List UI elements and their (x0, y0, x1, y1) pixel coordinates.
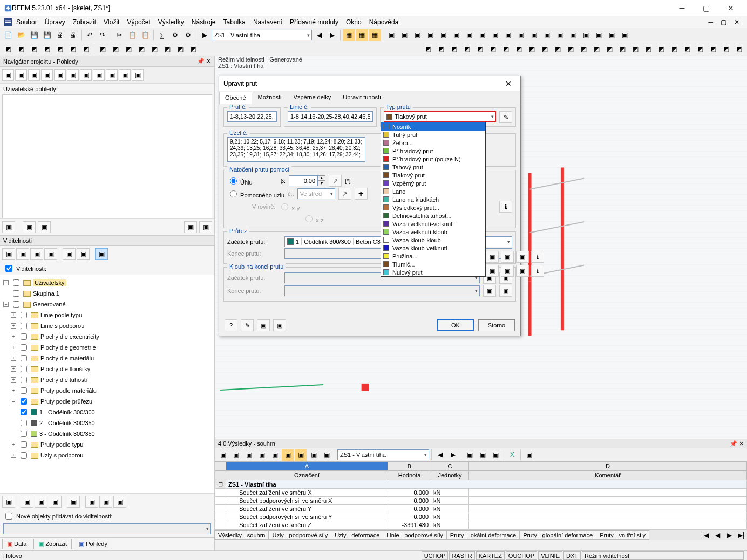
res-tab-next-icon[interactable]: ▶ (723, 529, 735, 541)
copy-icon[interactable]: 📋 (126, 29, 138, 41)
menu-vlozit[interactable]: Vložit (100, 17, 123, 27)
t2-h[interactable]: ◩ (97, 43, 108, 55)
rt-d-icon[interactable]: ▣ (256, 449, 268, 461)
nav-tab-data[interactable]: ▣ Data (2, 539, 31, 549)
t2-o[interactable]: ◩ (187, 43, 199, 55)
status-uchop[interactable]: UCHOP (422, 551, 449, 560)
t2-z2[interactable]: ◩ (435, 43, 447, 55)
printpreview-icon[interactable]: 🖨 (67, 29, 79, 41)
vis-a-icon[interactable]: ▣ (2, 248, 15, 260)
pomoc-radio[interactable] (230, 190, 237, 197)
res-tab[interactable]: Pruty - globální deformace (519, 530, 596, 540)
beta-pick-icon[interactable]: ↗ (329, 175, 342, 187)
tree-subitem[interactable]: 3 - Obdélník 300/350 (39, 431, 95, 437)
minimize-button[interactable]: ─ (670, 0, 694, 16)
t2-z4[interactable]: ◩ (461, 43, 473, 55)
menu-upravy[interactable]: Úpravy (42, 17, 69, 27)
tree-item[interactable]: Pruty podle materiálu (40, 387, 97, 394)
dropdown-item[interactable]: Příhradový prut (pouze N) (381, 155, 485, 163)
tree-item[interactable]: Pruty podle typu (40, 441, 84, 448)
prut-input[interactable] (227, 111, 277, 122)
tree-item[interactable]: Plochy dle materiálu (40, 355, 94, 361)
beta-up[interactable]: ▲ (318, 175, 325, 181)
t2-z6[interactable]: ◩ (487, 43, 499, 55)
results3-icon[interactable]: ▦ (369, 29, 381, 41)
tree-item[interactable]: Linie s podporou (40, 323, 84, 329)
tb-f[interactable]: ▣ (450, 29, 462, 41)
sec-b-icon[interactable]: ▣ (501, 251, 514, 263)
table-row[interactable]: Součet zatížení ve směru Z-3391.430kN (215, 521, 747, 529)
status-kartez[interactable]: KARTEZ (476, 551, 505, 560)
tree-item[interactable]: Plochy dle tloušťky (40, 366, 90, 372)
uv-pick-icon[interactable]: ▣ (2, 221, 15, 233)
t2-z20[interactable]: ◩ (668, 43, 680, 55)
dropdown-item[interactable]: Nulový prut (381, 268, 485, 276)
dropdown-item[interactable]: Výsledkový prut... (381, 203, 485, 211)
tb-j[interactable]: ▣ (502, 29, 514, 41)
table-row[interactable]: Součet zatížení ve směru X0.000kN (215, 489, 747, 497)
pomoc-radio-label[interactable]: Pomocného uzlu (227, 189, 284, 199)
typ-edit-icon[interactable]: ✎ (499, 111, 512, 123)
tree-group1[interactable]: Skupina 1 (33, 290, 59, 297)
vis-b-icon[interactable]: ▣ (16, 248, 29, 260)
calc-icon[interactable]: ∑ (156, 29, 168, 41)
dropdown-item[interactable]: Lano na kladkách (381, 195, 485, 203)
t2-z24[interactable]: ◩ (720, 43, 732, 55)
t2-c[interactable]: ◩ (28, 43, 40, 55)
hinge-e-b-icon[interactable]: ▣ (499, 285, 512, 297)
tb-o[interactable]: ▣ (567, 29, 579, 41)
vb-b-icon[interactable]: ▣ (21, 496, 33, 508)
sec-e-icon[interactable]: ▣ (501, 265, 514, 277)
visibility-tree[interactable]: −Uživatelsky Skupina 1 −Generované +Lini… (0, 275, 214, 493)
t2-j[interactable]: ◩ (123, 43, 134, 55)
t2-z19[interactable]: ◩ (655, 43, 667, 55)
dropdown-item[interactable]: Žebro... (381, 139, 485, 147)
rt-a-icon[interactable]: ▣ (217, 449, 229, 461)
open-icon[interactable]: 📂 (15, 29, 27, 41)
loadcase-combo[interactable]: ZS1 - Vlastní tíha (212, 30, 312, 40)
dropdown-item[interactable]: Vazba kloub-vetknutí (381, 244, 485, 252)
view-u3-icon[interactable]: ▣ (80, 69, 92, 81)
t2-a[interactable]: ◩ (2, 43, 14, 55)
pomoc-pick-icon[interactable]: ↗ (338, 188, 351, 200)
rt-j-icon[interactable]: ▣ (464, 449, 476, 461)
vb-e-icon[interactable]: ▣ (67, 496, 80, 508)
view-u5-icon[interactable]: ▣ (106, 69, 118, 81)
beta-input[interactable] (289, 175, 318, 186)
t2-z10[interactable]: ◩ (539, 43, 551, 55)
t2-z25[interactable]: ◩ (733, 43, 745, 55)
view-u1-icon[interactable]: ▣ (54, 69, 66, 81)
t2-z17[interactable]: ◩ (629, 43, 641, 55)
tb-q[interactable]: ▣ (593, 29, 605, 41)
col-C[interactable]: C (431, 462, 469, 471)
t2-n[interactable]: ◩ (174, 43, 186, 55)
menu-nastaveni[interactable]: Nastavení (250, 17, 286, 27)
table-row[interactable]: Součet zatížení ve směru Y0.000kN (215, 505, 747, 513)
res-tab[interactable]: Linie - podporové síly (383, 530, 447, 540)
saveas-icon[interactable]: 💾 (41, 29, 53, 41)
tree-item[interactable]: Pruty podle průřezu (40, 398, 92, 405)
t2-m[interactable]: ◩ (161, 43, 173, 55)
res-tab[interactable]: Uzly - podporové síly (268, 530, 331, 540)
cut-icon[interactable]: ✂ (113, 29, 125, 41)
res-tab-first-icon[interactable]: |◀ (700, 529, 711, 541)
redo-icon[interactable]: ↷ (97, 29, 108, 41)
table-row[interactable]: Součet podporových sil ve směru X0.000kN (215, 497, 747, 505)
tool2-icon[interactable]: ⚙ (182, 29, 194, 41)
view-xyz-icon[interactable]: ▣ (2, 69, 14, 81)
vis-d-icon[interactable]: ▣ (44, 248, 57, 260)
view-xy-icon[interactable]: ▣ (15, 69, 27, 81)
close-button[interactable]: ✕ (718, 0, 743, 16)
mdi-minimize[interactable]: ─ (705, 17, 716, 27)
view-u6-icon[interactable]: ▣ (119, 69, 131, 81)
tab-moznosti[interactable]: Možnosti (252, 91, 288, 104)
sec-info-icon[interactable]: ℹ (531, 251, 544, 263)
menu-soubor[interactable]: Soubor (13, 17, 40, 27)
t2-l[interactable]: ◩ (148, 43, 160, 55)
vb-a-icon[interactable]: ▣ (2, 496, 15, 508)
hinge-end-combo[interactable] (284, 285, 480, 296)
rt-next-icon[interactable]: ▶ (447, 449, 459, 461)
tree-item[interactable]: Plochy dle excentricity (40, 333, 99, 340)
maximize-button[interactable]: ▢ (694, 0, 718, 16)
res-tab[interactable]: Výsledky - souhrn (214, 530, 269, 540)
